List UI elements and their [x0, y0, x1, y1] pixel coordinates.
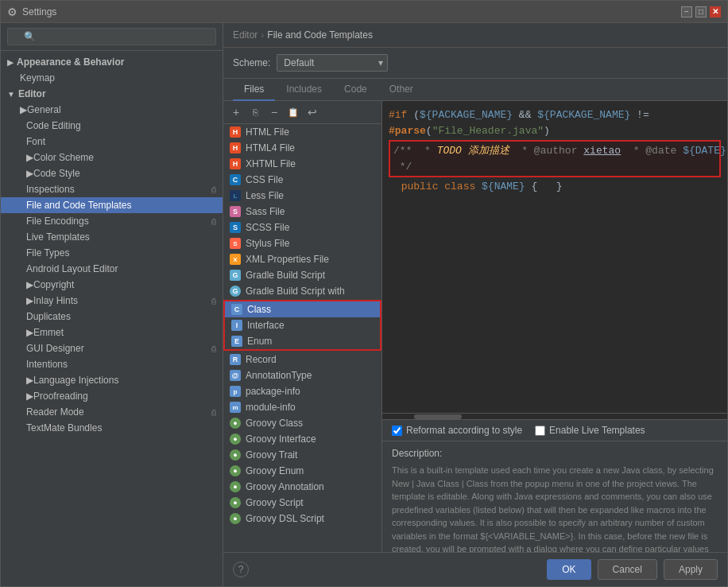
sidebar-item-label: File and Code Templates: [26, 200, 132, 211]
sidebar-item-file-encodings[interactable]: File Encodings ⎙: [1, 213, 223, 229]
file-item-stylus[interactable]: S Stylus File: [223, 235, 381, 251]
file-item-groovy-enum[interactable]: ● Groovy Enum: [223, 463, 381, 479]
copy-template-button[interactable]: ⎘: [247, 104, 263, 120]
sidebar-item-file-types[interactable]: File Types: [1, 245, 223, 261]
sidebar-item-editor[interactable]: ▼ Editor: [1, 86, 223, 102]
close-button[interactable]: ✕: [710, 6, 721, 17]
file-item-xhtml[interactable]: H XHTML File: [223, 156, 381, 172]
sidebar-item-intentions[interactable]: Intentions: [1, 356, 223, 372]
file-item-label: Groovy Interface: [246, 433, 316, 445]
reformat-checkbox[interactable]: [392, 426, 402, 436]
sidebar-item-label: Color Scheme: [33, 152, 94, 163]
sidebar-item-code-editing[interactable]: Code Editing: [1, 118, 223, 134]
reformat-label[interactable]: Reformat according to style: [406, 425, 522, 436]
file-item-groovy-class[interactable]: ● Groovy Class: [223, 415, 381, 431]
file-item-groovy-interface[interactable]: ● Groovy Interface: [223, 431, 381, 447]
file-item-css[interactable]: C CSS File: [223, 172, 381, 188]
file-item-gradle[interactable]: G Gradle Build Script: [223, 267, 381, 283]
live-templates-label[interactable]: Enable Live Templates: [549, 425, 645, 436]
add-template-button[interactable]: +: [228, 104, 244, 120]
file-item-record[interactable]: R Record: [223, 352, 381, 367]
groovy-annotation-icon: ●: [230, 481, 241, 492]
scheme-select[interactable]: Default Project: [277, 54, 388, 72]
sidebar-item-proofreading[interactable]: ▶ Proofreading: [1, 388, 223, 404]
code-line-1: #if (${PACKAGE_NAME} && ${PACKAGE_NAME} …: [389, 109, 649, 121]
search-input[interactable]: [7, 28, 216, 45]
sidebar-item-label: GUI Designer: [26, 343, 84, 354]
file-item-groovy-dsl[interactable]: ● Groovy DSL Script: [223, 511, 381, 527]
sidebar-item-duplicates[interactable]: Duplicates: [1, 309, 223, 325]
file-item-groovy-script[interactable]: ● Groovy Script: [223, 495, 381, 511]
groovy-trait-icon: ●: [230, 449, 241, 461]
minimize-button[interactable]: −: [681, 6, 692, 17]
file-item-sass[interactable]: S Sass File: [223, 204, 381, 220]
live-templates-checkbox[interactable]: [535, 426, 545, 436]
expand-arrow-icon: ▶: [26, 295, 33, 306]
sidebar-item-inlay-hints[interactable]: ▶ Inlay Hints ⎙: [1, 293, 223, 309]
file-item-label: XHTML File: [246, 158, 296, 169]
file-item-html[interactable]: H HTML File: [223, 124, 381, 140]
sidebar-item-label: Copyright: [33, 279, 74, 290]
sidebar-item-keymap[interactable]: Keymap: [1, 70, 223, 86]
sidebar-item-gui-designer[interactable]: GUI Designer ⎙: [1, 340, 223, 356]
sidebar-item-inspections[interactable]: Inspections ⎙: [1, 181, 223, 197]
file-item-enum[interactable]: E Enum: [225, 333, 380, 349]
html-file-icon: H: [230, 126, 241, 138]
file-item-package-info[interactable]: p package-info: [223, 383, 381, 399]
sidebar-item-general[interactable]: ▶ General: [1, 102, 223, 118]
remove-template-button[interactable]: −: [266, 104, 282, 120]
file-item-xml-props[interactable]: X XML Properties File: [223, 251, 381, 267]
css-file-icon: C: [230, 174, 241, 185]
tab-includes[interactable]: Includes: [275, 79, 333, 101]
file-item-scss[interactable]: S SCSS File: [223, 220, 381, 235]
file-item-less[interactable]: L Less File: [223, 188, 381, 204]
sidebar-item-label: Code Editing: [26, 120, 81, 131]
code-line-blank3: [544, 181, 550, 192]
sidebar-item-android-layout[interactable]: Android Layout Editor: [1, 261, 223, 277]
sidebar-item-reader-mode[interactable]: Reader Mode ⎙: [1, 404, 223, 420]
comment-block-highlight: /** * TODO 添加描述 * @author xietao * @date…: [389, 140, 721, 177]
file-item-gradle-with[interactable]: G Gradle Build Script with: [223, 283, 381, 299]
file-item-interface[interactable]: I Interface: [225, 317, 380, 333]
sidebar-item-file-templates[interactable]: File and Code Templates: [1, 197, 223, 213]
file-item-module-info[interactable]: m module-info: [223, 399, 381, 415]
apply-button[interactable]: Apply: [664, 559, 718, 580]
expand-arrow-icon: ▶: [26, 168, 33, 179]
sidebar-item-live-templates[interactable]: Live Templates: [1, 229, 223, 245]
sidebar-item-copyright[interactable]: ▶ Copyright: [1, 277, 223, 293]
duplicate-template-button[interactable]: 📋: [285, 104, 301, 120]
file-item-groovy-trait[interactable]: ● Groovy Trait: [223, 447, 381, 463]
tab-code[interactable]: Code: [333, 79, 378, 101]
module-info-icon: m: [230, 402, 241, 413]
code-horizontal-scrollbar[interactable]: [382, 413, 727, 419]
reformat-checkbox-group: Reformat according to style: [392, 425, 522, 436]
sidebar-item-color-scheme[interactable]: ▶ Color Scheme: [1, 150, 223, 165]
code-line-author: * @author xietao: [515, 145, 621, 157]
file-item-class[interactable]: C Class: [225, 301, 380, 317]
reset-template-button[interactable]: ↩: [304, 104, 320, 120]
maximize-button[interactable]: □: [695, 6, 707, 17]
sidebar-item-language-injections[interactable]: ▶ Language Injections: [1, 372, 223, 388]
cancel-button[interactable]: Cancel: [598, 559, 657, 580]
sidebar-item-appearance[interactable]: ▶ Appearance & Behavior: [1, 54, 223, 70]
record-file-icon: R: [230, 354, 241, 365]
sidebar-item-code-style[interactable]: ▶ Code Style: [1, 165, 223, 181]
tab-files[interactable]: Files: [233, 79, 275, 101]
file-item-html4[interactable]: H HTML4 File: [223, 140, 381, 156]
sidebar-item-textmate[interactable]: TextMate Bundles: [1, 420, 223, 436]
code-editor[interactable]: #if (${PACKAGE_NAME} && ${PACKAGE_NAME} …: [382, 101, 727, 413]
xml-file-icon: X: [230, 254, 241, 265]
sidebar-item-label: Code Style: [33, 168, 80, 179]
class-file-icon: C: [231, 304, 242, 315]
ok-button[interactable]: OK: [547, 559, 591, 580]
file-item-groovy-annotation[interactable]: ● Groovy Annotation: [223, 479, 381, 495]
settings-icon: ⚙: [7, 6, 17, 18]
file-item-annotation-type[interactable]: @ AnnotationType: [223, 367, 381, 383]
sidebar-item-emmet[interactable]: ▶ Emmet: [1, 325, 223, 340]
gradle-with-icon: G: [230, 286, 241, 297]
groovy-enum-icon: ●: [230, 465, 241, 476]
tab-other[interactable]: Other: [378, 79, 424, 101]
help-icon[interactable]: ?: [233, 562, 249, 577]
file-item-label: package-info: [246, 386, 300, 397]
sidebar-item-font[interactable]: Font: [1, 134, 223, 150]
